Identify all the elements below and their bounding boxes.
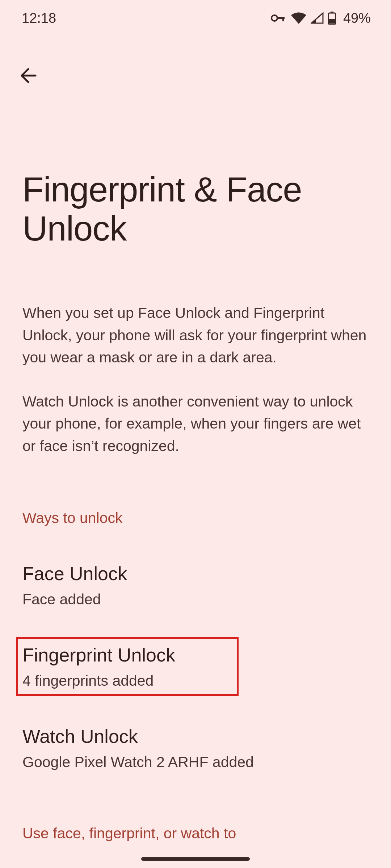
page-title: Fingerprint & Face Unlock [22,170,369,248]
item-title: Watch Unlock [22,726,369,747]
section-header-ways: Ways to unlock [22,510,369,527]
item-sub: 4 fingerprints added [22,672,369,689]
item-fingerprint-unlock[interactable]: Fingerprint Unlock 4 fingerprints added [22,644,369,689]
signal-icon [311,12,324,24]
intro-paragraph-1: When you set up Face Unlock and Fingerpr… [22,302,369,369]
arrow-left-icon [19,66,38,86]
svg-rect-5 [329,19,335,24]
item-title: Fingerprint Unlock [22,644,369,666]
svg-rect-2 [282,17,284,21]
item-title: Face Unlock [22,563,369,584]
svg-point-0 [272,15,277,21]
item-watch-unlock[interactable]: Watch Unlock Google Pixel Watch 2 ARHF a… [22,726,369,771]
status-bar: 12:18 49% [0,0,391,36]
section-header-use: Use face, fingerprint, or watch to [22,825,369,842]
intro-text: When you set up Face Unlock and Fingerpr… [22,302,369,457]
item-sub: Face added [22,591,369,608]
vpn-key-icon [271,14,287,22]
status-time: 12:18 [22,10,56,26]
nav-handle[interactable] [141,857,250,861]
status-right: 49% [271,10,371,26]
item-face-unlock[interactable]: Face Unlock Face added [22,563,369,608]
wifi-icon [291,12,306,24]
back-button[interactable] [17,65,39,87]
battery-percentage: 49% [343,10,371,26]
intro-paragraph-2: Watch Unlock is another convenient way t… [22,391,369,458]
battery-icon [328,12,336,25]
item-sub: Google Pixel Watch 2 ARHF added [22,754,369,771]
